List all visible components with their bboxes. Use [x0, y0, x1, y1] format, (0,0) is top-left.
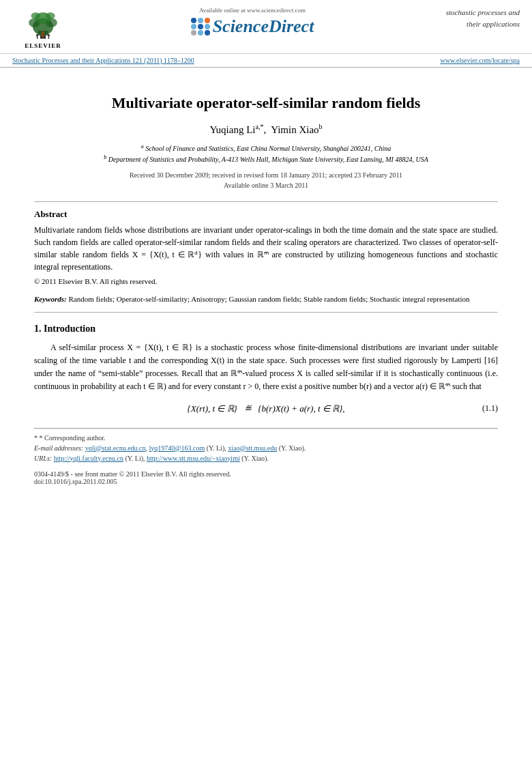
sd-dot6	[205, 24, 210, 29]
divider2	[34, 312, 498, 313]
sd-dot2	[198, 18, 203, 23]
www-link[interactable]: www.elsevier.com/locate/spa	[440, 57, 520, 64]
abstract-section: Abstract Multivariate random fields whos…	[34, 209, 498, 285]
svg-point-6	[31, 12, 40, 19]
main-content: Multivariate operator-self-similar rando…	[0, 68, 532, 499]
affil-a-marker: a	[141, 143, 144, 149]
keywords-text: Random fields; Operator-self-similarity;…	[68, 295, 469, 303]
footnote-corresponding: * * Corresponding author. E-mail address…	[34, 433, 498, 463]
svg-rect-10	[37, 36, 38, 38]
sd-icon-group	[191, 18, 210, 36]
equation-1-1: {X(rt), t ∈ ℝ} ≝ {b(r)X(t) + a(r), t ∈ ℝ…	[34, 403, 498, 414]
article-title: Multivariate operator-self-similar rando…	[34, 94, 498, 113]
keywords-label: Keywords:	[34, 295, 67, 303]
svg-point-9	[36, 34, 38, 36]
svg-rect-8	[42, 31, 44, 37]
divider1	[34, 201, 498, 202]
intro-paragraph1: A self-similar process X = {X(t), t ∈ ℝ}…	[34, 341, 498, 394]
abstract-text: Multivariate random fields whose distrib…	[34, 224, 498, 273]
issn-text: 0304-4149/$ - see front matter © 2011 El…	[34, 470, 231, 478]
sd-dot1	[191, 18, 196, 23]
affil-b-marker: b	[104, 154, 106, 160]
abstract-body: Multivariate random fields whose distrib…	[34, 225, 498, 272]
sciencedirect-section: Available online at www.sciencedirect.co…	[80, 7, 424, 39]
footnote-email-label: E-mail addresses:	[34, 444, 85, 452]
sd-dot8	[198, 30, 203, 35]
url-link1[interactable]: http://yqli.faculty.ecnu.cn	[54, 455, 123, 462]
copyright-text: © 2011 Elsevier B.V. All rights reserved…	[34, 277, 498, 285]
equation-1-1-container: {X(rt), t ∈ ℝ} ≝ {b(r)X(t) + a(r), t ∈ ℝ…	[34, 403, 498, 414]
affil-a-text: School of Finance and Statistics, East C…	[145, 145, 391, 152]
journal-title-box: stochastic processes and their applicati…	[431, 7, 520, 29]
elsevier-tree-icon	[23, 7, 63, 41]
footnote-url-label: URLs:	[34, 455, 54, 462]
abstract-title: Abstract	[34, 209, 498, 220]
email-link1[interactable]: yqli@stat.ecnu.edu.cn	[85, 444, 146, 452]
sd-row1	[191, 18, 210, 23]
elsevier-logo: ELSEVIER	[12, 7, 74, 49]
footnote-corresponding-text: * Corresponding author.	[40, 434, 106, 442]
author2-affil: b	[319, 123, 323, 130]
affil-b-text: Department of Statistics and Probability…	[108, 156, 428, 163]
author1-affil: a,*	[256, 123, 264, 130]
footnote-star: *	[34, 434, 40, 442]
svg-point-7	[46, 12, 55, 19]
page: ELSEVIER Available online at www.science…	[0, 0, 532, 774]
sd-row2	[191, 24, 210, 29]
available-online-text: Available online at www.sciencedirect.co…	[199, 7, 306, 14]
affiliations: a School of Finance and Statistics, East…	[34, 143, 498, 165]
footnote-section: * * Corresponding author. E-mail address…	[34, 428, 498, 485]
journal-title-text: stochastic processes and their applicati…	[431, 7, 520, 29]
dates: Received 30 December 2009; received in r…	[34, 170, 498, 190]
sciencedirect-logo: ScienceDirect	[191, 16, 314, 37]
sd-dot3	[205, 18, 210, 23]
author2-name: Yimin Xiao	[271, 124, 319, 135]
eq-sign: ≝	[244, 403, 252, 414]
sd-row3	[191, 30, 210, 35]
header: ELSEVIER Available online at www.science…	[0, 0, 532, 54]
journal-ref-link[interactable]: Stochastic Processes and their Applicati…	[12, 57, 194, 64]
eq-rhs: {b(r)X(t) + a(r), t ∈ ℝ},	[258, 403, 344, 414]
equation-number-1-1: (1.1)	[482, 403, 498, 414]
elsevier-label: ELSEVIER	[25, 42, 61, 49]
svg-point-11	[48, 34, 50, 36]
elsevier-logo-section: ELSEVIER	[12, 7, 74, 49]
eq-lhs: {X(rt), t ∈ ℝ}	[188, 403, 237, 414]
section1-title: 1. Introduction	[34, 324, 498, 334]
sd-dot5	[198, 24, 203, 29]
sciencedirect-text: ScienceDirect	[213, 16, 314, 37]
url-link2[interactable]: http://www.stt.msu.edu/~xiaoyimi	[147, 455, 240, 462]
journal-title: stochastic processes and their applicati…	[446, 8, 520, 28]
sd-dot9	[205, 30, 210, 35]
author1-name: Yuqiang Li	[209, 124, 255, 135]
received-date: Received 30 December 2009; received in r…	[130, 171, 402, 179]
issn-line: 0304-4149/$ - see front matter © 2011 El…	[34, 470, 498, 485]
keywords-section: Keywords: Random fields; Operator-self-s…	[34, 293, 498, 305]
email-link2[interactable]: lyq19740@163.com	[149, 444, 205, 452]
svg-rect-12	[48, 36, 50, 38]
sd-dot4	[191, 24, 196, 29]
available-online-date: Available online 3 March 2011	[224, 182, 308, 189]
sub-header: Stochastic Processes and their Applicati…	[0, 54, 532, 68]
authors: Yuqiang Lia,*, Yimin Xiaob	[34, 123, 498, 136]
intro-text: A self-similar process X = {X(t), t ∈ ℝ}…	[34, 343, 498, 392]
email-link3[interactable]: xiao@stt.msu.edu	[228, 444, 277, 452]
doi-text: doi:10.1016/j.spa.2011.02.005	[34, 478, 117, 485]
sd-dot7	[191, 30, 196, 35]
